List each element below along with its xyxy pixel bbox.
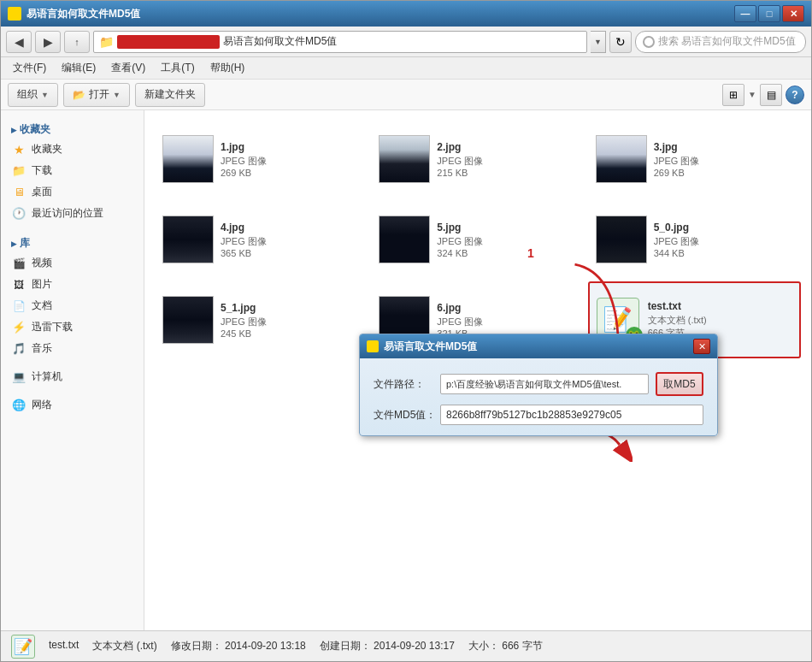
close-button[interactable]: ✕ [782, 5, 804, 22]
sidebar-item-pictures[interactable]: 🖼 图片 [1, 274, 144, 295]
take-md5-button[interactable]: 取MD5 [656, 372, 703, 396]
file-name: 6.jpg [437, 302, 576, 314]
file-name: 1.jpg [221, 141, 360, 153]
file-item-1jpg[interactable]: 1.jpg JPEG 图像 269 KB [155, 121, 368, 198]
dialog-path-row: 文件路径： 取MD5 [374, 372, 703, 396]
sidebar-item-computer[interactable]: 💻 计算机 [1, 366, 144, 387]
up-button[interactable]: ↑ [64, 31, 90, 53]
file-type: JPEG 图像 [221, 316, 360, 328]
sidebar-item-downloads[interactable]: 📁 下载 [1, 160, 144, 181]
sidebar-item-recent[interactable]: 🕐 最近访问的位置 [1, 203, 144, 224]
dialog-close-button[interactable]: ✕ [693, 339, 710, 354]
file-type: JPEG 图像 [437, 155, 576, 168]
file-type: JPEG 图像 [654, 155, 793, 168]
network-icon: 🌐 [11, 399, 26, 412]
view-dropdown[interactable]: ▼ [748, 90, 756, 99]
open-button[interactable]: 📂 打开 ▼ [63, 83, 130, 107]
file-thumbnail [162, 216, 214, 263]
sidebar-item-network[interactable]: 🌐 网络 [1, 394, 144, 416]
dialog-md5-row: 文件MD5值： [374, 405, 703, 425]
preview-button[interactable]: ▤ [760, 84, 782, 106]
title-bar-buttons: — □ ✕ [734, 5, 804, 22]
menu-edit[interactable]: 编辑(E) [55, 58, 103, 78]
dialog-title-icon [367, 340, 379, 352]
menu-help[interactable]: 帮助(H) [203, 58, 252, 78]
picture-icon: 🖼 [11, 278, 26, 292]
file-name: 2.jpg [437, 141, 576, 153]
file-item-50jpg[interactable]: 5_0.jpg JPEG 图像 344 KB [588, 201, 801, 278]
minimize-button[interactable]: — [734, 5, 756, 22]
dialog-body: 文件路径： 取MD5 文件MD5值： [360, 358, 717, 435]
file-size: 215 KB [437, 168, 576, 178]
view-button[interactable]: ⊞ [722, 84, 744, 106]
file-info: 4.jpg JPEG 图像 365 KB [221, 222, 360, 258]
address-path-text: 易语言如何取文件MD5值 [223, 34, 337, 49]
file-item-51jpg[interactable]: 5_1.jpg JPEG 图像 245 KB [155, 281, 368, 358]
file-type: JPEG 图像 [654, 235, 793, 248]
sidebar-item-favorites[interactable]: ★ 收藏夹 [1, 139, 144, 160]
status-size: 大小： 666 字节 [468, 639, 543, 653]
status-created: 创建日期： 2014-09-20 13:17 [320, 639, 455, 653]
thumbnail-image [597, 216, 646, 263]
file-type: JPEG 图像 [437, 235, 576, 248]
file-info: 1.jpg JPEG 图像 269 KB [221, 141, 360, 178]
sidebar-item-music[interactable]: 🎵 音乐 [1, 338, 144, 359]
file-type: JPEG 图像 [437, 316, 576, 328]
file-item-5jpg[interactable]: 5.jpg JPEG 图像 324 KB [371, 201, 584, 278]
thumbnail-image [163, 297, 213, 343]
search-box[interactable]: 搜索 易语言如何取文件MD5值 [635, 31, 806, 53]
sidebar-item-video[interactable]: 🎬 视频 [1, 252, 144, 274]
status-info: test.txt 文本文档 (.txt) 修改日期： 2014-09-20 13… [49, 639, 543, 653]
document-icon: 📄 [11, 299, 26, 313]
address-box[interactable]: 📁 易语言如何取文件MD5值 [93, 31, 587, 53]
file-item-4jpg[interactable]: 4.jpg JPEG 图像 365 KB [155, 201, 368, 278]
file-size: 245 KB [221, 328, 360, 339]
md5-input[interactable] [440, 405, 703, 425]
thumbnail-image [380, 216, 429, 263]
new-folder-button[interactable]: 新建文件夹 [135, 83, 205, 107]
title-bar: 易语言如何取文件MD5值 — □ ✕ [1, 1, 811, 27]
organize-button[interactable]: 组织 ▼ [8, 83, 58, 107]
menu-view[interactable]: 查看(V) [104, 58, 152, 78]
organize-dropdown-arrow: ▼ [41, 91, 49, 99]
sidebar: ▸ 收藏夹 ★ 收藏夹 📁 下载 🖥 桌面 🕐 最近访问的位置 [1, 110, 144, 630]
forward-button[interactable]: ▶ [35, 31, 61, 53]
sidebar-library-header[interactable]: ▸ 库 [1, 231, 144, 252]
chevron-icon: ▸ [11, 124, 16, 136]
file-name: test.txt [648, 300, 792, 312]
file-type: JPEG 图像 [221, 155, 360, 168]
music-icon: 🎵 [11, 342, 26, 356]
file-thumbnail [379, 135, 430, 183]
sidebar-item-thunder[interactable]: ⚡ 迅雷下载 [1, 316, 144, 338]
file-item-2jpg[interactable]: 2.jpg JPEG 图像 215 KB [371, 121, 584, 198]
md5-dialog: 易语言取文件MD5值 ✕ 文件路径： 取MD5 文件MD5值： [359, 334, 718, 436]
path-red-segment [117, 35, 220, 49]
menu-tools[interactable]: 工具(T) [154, 58, 201, 78]
refresh-button[interactable]: ↻ [609, 31, 632, 53]
file-size: 269 KB [654, 168, 793, 178]
address-dropdown[interactable]: ▼ [591, 31, 606, 53]
thumbnail-image [597, 136, 646, 182]
path-input[interactable] [440, 374, 649, 394]
menu-file[interactable]: 文件(F) [6, 58, 53, 78]
sidebar-favorites-header[interactable]: ▸ 收藏夹 [1, 117, 144, 139]
file-name: 5_0.jpg [654, 222, 793, 233]
sidebar-item-documents[interactable]: 📄 文档 [1, 295, 144, 316]
file-info: 5.jpg JPEG 图像 324 KB [437, 222, 576, 258]
file-name: 4.jpg [221, 222, 360, 233]
back-button[interactable]: ◀ [6, 31, 32, 53]
maximize-button[interactable]: □ [758, 5, 780, 22]
thunder-icon: ⚡ [11, 321, 26, 334]
search-icon [643, 36, 655, 48]
file-size: 324 KB [437, 248, 576, 258]
file-item-3jpg[interactable]: 3.jpg JPEG 图像 269 KB [588, 121, 801, 198]
menu-bar: 文件(F) 编辑(E) 查看(V) 工具(T) 帮助(H) [1, 57, 811, 80]
file-thumbnail [596, 135, 647, 183]
file-size: 269 KB [221, 168, 360, 178]
file-type: 文本文档 (.txt) [648, 314, 792, 327]
sidebar-item-desktop[interactable]: 🖥 桌面 [1, 181, 144, 203]
file-size: 365 KB [221, 248, 360, 258]
file-info: 2.jpg JPEG 图像 215 KB [437, 141, 576, 178]
sidebar-network-section: 🌐 网络 [1, 394, 144, 416]
help-button[interactable]: ? [786, 86, 804, 104]
